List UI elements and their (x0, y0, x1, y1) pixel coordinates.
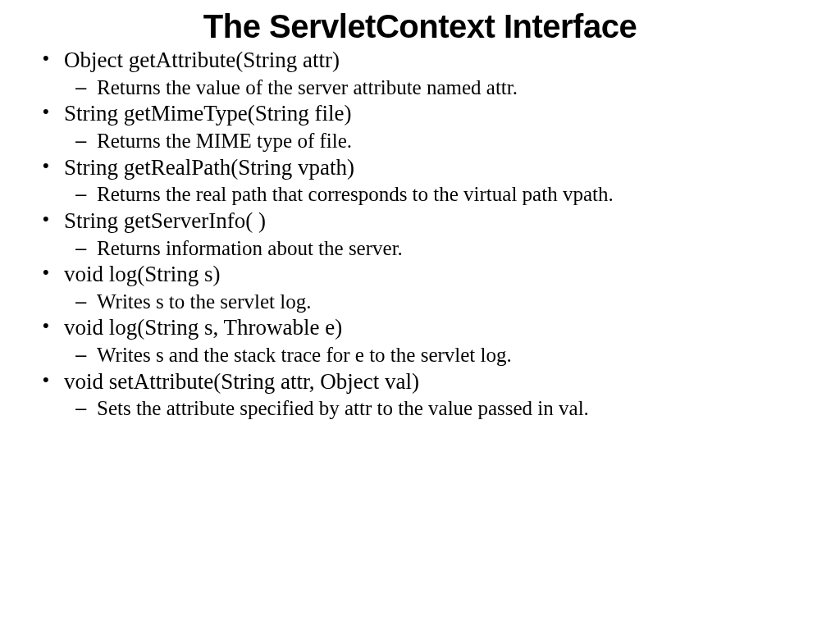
method-list: Object getAttribute(String attr) Returns… (33, 47, 807, 421)
list-item: String getServerInfo( ) Returns informat… (33, 208, 807, 260)
method-signature: String getServerInfo( ) (64, 208, 266, 233)
method-signature: String getRealPath(String vpath) (64, 155, 354, 180)
list-item: void log(String s) Writes s to the servl… (33, 261, 807, 313)
list-item: String getRealPath(String vpath) Returns… (33, 154, 807, 207)
method-signature: String getMimeType(String file) (64, 101, 352, 126)
method-description: Writes s to the servlet log. (64, 290, 807, 314)
slide-title: The ServletContext Interface (33, 8, 807, 45)
method-description: Sets the attribute specified by attr to … (64, 396, 807, 421)
method-description: Returns information about the server. (64, 236, 807, 261)
method-description: Returns the value of the server attribut… (64, 75, 807, 100)
list-item: String getMimeType(String file) Returns … (33, 100, 807, 153)
list-item: void log(String s, Throwable e) Writes s… (33, 314, 807, 367)
method-description: Writes s and the stack trace for e to th… (64, 343, 807, 368)
method-signature: void log(String s) (64, 262, 221, 286)
method-description: Returns the real path that corresponds t… (64, 182, 807, 207)
list-item: void setAttribute(String attr, Object va… (33, 368, 807, 421)
method-description: Returns the MIME type of file. (64, 129, 807, 153)
method-signature: void setAttribute(String attr, Object va… (64, 369, 419, 394)
method-signature: void log(String s, Throwable e) (64, 315, 342, 340)
list-item: Object getAttribute(String attr) Returns… (33, 47, 807, 99)
method-signature: Object getAttribute(String attr) (64, 48, 340, 72)
